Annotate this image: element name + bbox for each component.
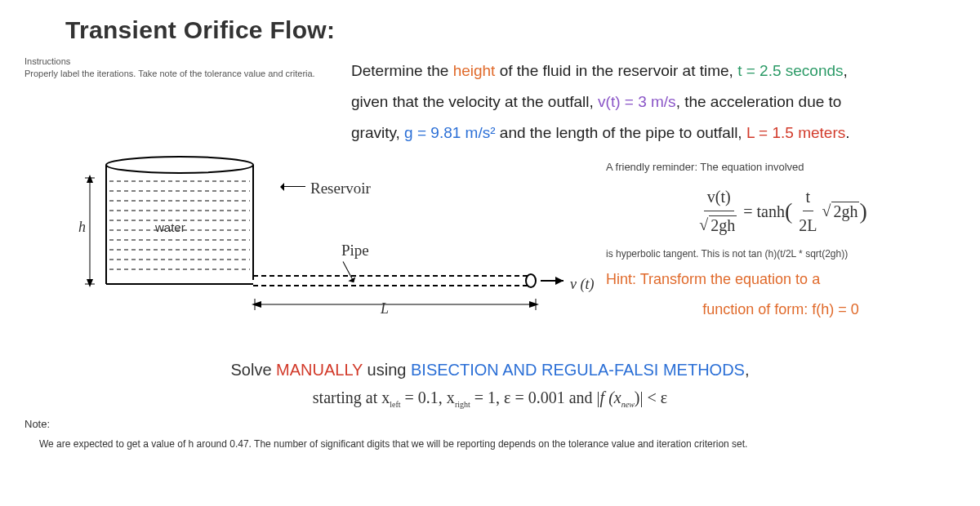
label-h: h: [78, 219, 86, 236]
sub-new: new: [621, 400, 635, 409]
hyptan-note: is hyperbolic tangent. This is not tan (…: [606, 246, 956, 262]
g-value: g = 9.81 m/s²: [404, 124, 495, 141]
reminder-label: A friendly reminder: The equation involv…: [606, 158, 956, 176]
eqn-t: t: [803, 183, 814, 211]
solve-text: = 1, ε = 0.001 and |: [470, 388, 600, 406]
reservoir-pointer: [281, 186, 305, 187]
v-value: v(t) = 3 m/s: [598, 93, 676, 110]
problem-text: .: [845, 124, 849, 141]
note-block: Note: We are expected to get a value of …: [24, 416, 956, 452]
svg-marker-18: [87, 279, 93, 287]
page-title: Transient Orifice Flow:: [65, 16, 956, 44]
instructions-column: Instructions Properly label the iteratio…: [24, 55, 351, 87]
instructions-block: Instructions Properly label the iteratio…: [24, 55, 335, 81]
hint-line2: function of form: f(h) = 0: [606, 297, 956, 322]
instructions-body: Properly label the iterations. Take note…: [24, 69, 315, 78]
instructions-label: Instructions: [24, 55, 335, 68]
solve-text: starting at x: [313, 388, 390, 406]
eqn-rad-right: 2gh: [831, 202, 859, 220]
solve-manually: MANUALLY: [276, 361, 363, 379]
problem-text: ,: [844, 62, 848, 79]
problem-text: given that the velocity at the outfall,: [351, 93, 598, 110]
diagram: h water Reservoir Pipe L v (t): [24, 153, 596, 333]
label-vt: v (t): [570, 276, 594, 293]
solve-block: Solve MANUALLY using BISECTION AND REGUL…: [24, 356, 956, 411]
label-pipe: Pipe: [341, 242, 369, 260]
eqn-tanh: = tanh: [743, 198, 785, 225]
sub-left: left: [390, 400, 400, 409]
hint-text: Hint: Transform the equation to a functi…: [606, 267, 956, 322]
solve-text: Solve: [230, 361, 276, 379]
problem-text: , the acceleration due to: [676, 93, 842, 110]
note-label: Note:: [24, 418, 50, 430]
side-column: A friendly reminder: The equation involv…: [596, 153, 956, 333]
solve-methods: BISECTION AND REGULA-FALSI METHODS: [411, 361, 745, 379]
eqn-2l: 2L: [795, 211, 820, 239]
solve-text: = 0.1, x: [401, 388, 455, 406]
svg-marker-17: [87, 175, 93, 183]
problem-text: and the length of the pipe to outfall,: [496, 124, 746, 141]
svg-marker-28: [529, 301, 539, 308]
l-value: L = 1.5 meters: [746, 124, 845, 141]
svg-marker-27: [252, 301, 261, 308]
sub-right: right: [455, 400, 470, 409]
problem-text: of the fluid in the reservoir at time,: [495, 62, 737, 79]
problem-statement: Determine the height of the fluid in the…: [351, 55, 956, 149]
solve-text: )| < ε: [635, 388, 667, 406]
svg-marker-23: [555, 277, 564, 285]
eqn-den-left: 2gh: [709, 215, 737, 234]
svg-point-21: [526, 274, 536, 287]
problem-text: Determine the: [351, 62, 453, 79]
height-highlight: height: [453, 62, 496, 79]
t-value: t = 2.5 seconds: [737, 62, 843, 79]
svg-point-0: [106, 157, 253, 173]
top-row: Instructions Properly label the iteratio…: [24, 55, 956, 149]
label-l: L: [381, 300, 389, 317]
hint-line1: Hint: Transform the equation to a: [606, 271, 820, 287]
solve-text: using: [363, 361, 411, 379]
solve-text: ,: [745, 361, 750, 379]
problem-text: gravity,: [351, 124, 404, 141]
mid-row: h water Reservoir Pipe L v (t) A friendl…: [24, 153, 956, 333]
label-reservoir: Reservoir: [310, 180, 371, 198]
eqn-num-left: v(t): [704, 183, 734, 211]
equation: v(t) 2gh = tanh ( t 2L 2gh ): [606, 183, 956, 239]
label-water: water: [155, 220, 185, 234]
fxnew: f (x: [600, 388, 621, 406]
note-body: We are expected to get a value of h arou…: [39, 437, 956, 452]
